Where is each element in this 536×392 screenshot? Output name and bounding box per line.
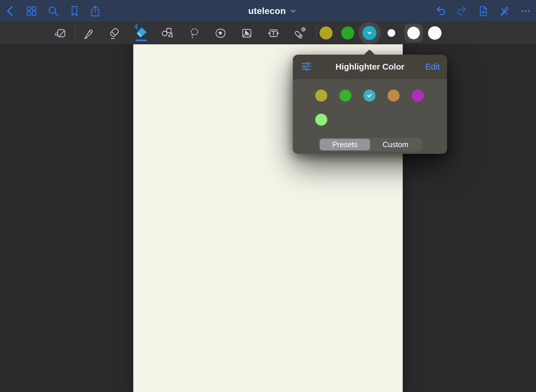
stop-editing-button[interactable] [498,5,510,17]
scribble-select-icon: a [54,27,67,40]
thickness-preset[interactable] [388,29,395,37]
tool-pen[interactable] [78,22,98,44]
preset-color[interactable] [412,90,424,102]
page-thumbnails-icon [26,5,37,17]
preset-color[interactable] [388,90,400,102]
preset-color[interactable] [339,90,351,102]
thickness-dot [407,27,420,39]
search-button[interactable] [47,5,59,17]
stop-editing-icon [499,5,510,17]
back-button[interactable] [5,5,17,17]
image-icon [240,27,253,40]
share-icon [89,5,101,17]
toolbar-color-swatch[interactable] [320,26,333,39]
thickness-preset-selected[interactable] [404,24,423,42]
bluetooth-icon [134,23,139,30]
selected-color-circle [362,26,376,40]
sliders-icon[interactable] [301,61,312,72]
navigation-bar: utelecon [0,0,536,22]
tools-toolbar: a [0,22,536,44]
tool-eraser[interactable] [104,22,125,44]
tab-presets[interactable]: Presets [320,139,370,150]
search-icon [47,5,59,17]
chevron-down-icon [366,29,373,37]
canvas-area: Highlighter Color Edit PresetsCustom [0,44,536,392]
checkmark-icon [366,92,373,99]
popover-header: Highlighter Color Edit [293,55,447,79]
add-page-icon [477,5,489,17]
tool-lasso[interactable] [184,22,204,44]
toolbar-color-swatch[interactable] [341,26,354,39]
tool-shapes[interactable] [157,22,177,44]
back-chevron-icon [5,5,16,17]
tool-text[interactable] [263,22,284,44]
stickers-icon [214,27,227,40]
popover-title: Highlighter Color [293,55,447,79]
redo-icon [456,5,468,17]
tab-custom[interactable]: Custom [370,139,421,150]
thickness-preset[interactable] [428,26,442,40]
share-button[interactable] [89,5,101,17]
document-title-button[interactable]: utelecon [229,0,316,22]
undo-icon [435,5,447,17]
preset-color[interactable] [315,114,327,126]
eraser-icon [108,27,121,40]
toolbar-divider [316,25,317,41]
more-button[interactable] [519,5,531,17]
redo-button[interactable] [456,5,468,17]
undo-button[interactable] [435,5,447,17]
laser-pointer-icon [294,27,307,40]
page-thumbnails-button[interactable] [26,5,38,17]
toolbar-color-swatch-selected[interactable] [358,22,381,44]
presets-custom-segmented-control: PresetsCustom [319,138,422,151]
edit-button[interactable]: Edit [425,55,440,79]
more-ellipsis-icon [520,5,531,17]
title-chevron-down-icon [290,8,296,14]
add-page-button[interactable] [477,5,489,17]
tool-stickers[interactable] [210,22,231,44]
lasso-icon [188,27,201,40]
tool-laser-pointer[interactable] [290,22,310,44]
document-title: utelecon [248,6,286,16]
shapes-icon [161,27,174,40]
tool-image[interactable] [237,22,257,44]
text-icon [267,27,280,40]
pen-icon [82,27,95,40]
svg-text:a: a [55,30,58,37]
bookmark-button[interactable] [68,5,80,17]
highlighter-color-popover: Highlighter Color Edit PresetsCustom [293,55,447,154]
toolbar-divider [75,25,75,41]
preset-color-selected[interactable] [363,90,375,102]
tool-scribble-select[interactable]: a [51,22,71,44]
tool-highlighter[interactable] [131,22,151,44]
preset-color[interactable] [315,90,327,102]
bookmark-icon [69,5,80,17]
